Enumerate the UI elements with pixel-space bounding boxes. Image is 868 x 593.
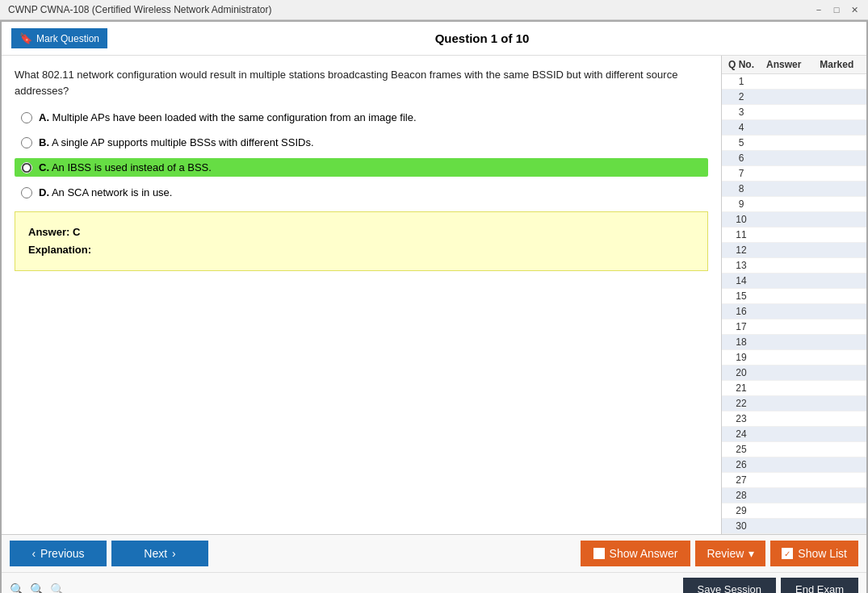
sidebar-row[interactable]: 24 [722,427,866,442]
sidebar-qnum: 6 [725,152,757,164]
next-button[interactable]: Next › [111,541,208,566]
sidebar-row[interactable]: 19 [722,350,866,365]
sidebar-marked-cell [811,505,864,516]
sidebar-row[interactable]: 10 [722,212,866,228]
radio-b[interactable] [21,137,32,148]
mark-question-button[interactable]: 🔖 Mark Question [11,28,107,48]
sidebar-row[interactable]: 11 [722,228,866,243]
show-answer-button[interactable]: Show Answer [581,541,691,566]
sidebar-marked-cell [811,76,864,87]
sidebar-row[interactable]: 27 [722,473,866,488]
sidebar-qnum: 2 [725,91,757,102]
sidebar-row[interactable]: 18 [722,335,866,350]
sidebar-answer-cell [757,91,811,102]
sidebar-qnum: 5 [725,137,757,148]
sidebar-marked-cell [811,306,864,317]
sidebar-qnum: 9 [725,198,757,210]
sidebar-qnum: 7 [725,168,757,179]
sidebar-row[interactable]: 14 [722,274,866,289]
minimize-button[interactable]: − [813,4,824,15]
option-d[interactable]: D. An SCA network is in use. [15,183,708,202]
sidebar-marked-cell [811,382,864,394]
question-title: Question 1 of 10 [107,31,857,45]
app-title: CWNP CWNA-108 (Certified Wireless Networ… [8,4,272,15]
sidebar-row[interactable]: 2 [722,90,866,105]
sidebar-answer-cell [757,229,811,240]
save-session-button[interactable]: Save Session [683,578,777,593]
sidebar-qnum: 30 [725,520,757,532]
option-c-label: C. An IBSS is used instead of a BSS. [39,161,212,173]
sidebar-row[interactable]: 5 [722,136,866,151]
option-a[interactable]: A. Multiple APs have been loaded with th… [15,108,708,127]
sidebar-row[interactable]: 8 [722,182,866,197]
show-list-check-icon: ✓ [782,548,793,559]
sidebar-row[interactable]: 30 [722,519,866,534]
sidebar-qnum: 13 [725,260,757,271]
radio-a[interactable] [21,112,32,123]
sidebar-qnum: 24 [725,428,757,440]
sidebar-marked-cell [811,444,864,455]
previous-button[interactable]: ‹ Previous [10,541,107,566]
radio-d[interactable] [21,187,32,198]
sidebar-row[interactable]: 9 [722,197,866,212]
sidebar-answer-cell [757,244,811,256]
sidebar-qnum: 14 [725,275,757,286]
sidebar-row[interactable]: 15 [722,289,866,304]
sidebar-marked-cell [811,428,864,440]
option-b[interactable]: B. A single AP supports multiple BSSs wi… [15,133,708,152]
sidebar-answer-cell [757,122,811,133]
sidebar-marked-cell [811,367,864,378]
sidebar-qnum: 8 [725,183,757,194]
sidebar-row[interactable]: 1 [722,74,866,90]
sidebar-marked-cell [811,244,864,256]
zoom-in-button[interactable]: 🔍 [50,583,65,594]
radio-c[interactable] [21,162,32,173]
option-c[interactable]: C. An IBSS is used instead of a BSS. [15,158,708,177]
sidebar-list[interactable]: 1234567891011121314151617181920212223242… [722,74,866,534]
sidebar-row[interactable]: 23 [722,411,866,427]
sidebar-row[interactable]: 26 [722,457,866,473]
sidebar-row[interactable]: 20 [722,365,866,381]
sidebar-row[interactable]: 17 [722,319,866,335]
sidebar-row[interactable]: 21 [722,381,866,396]
answer-box: Answer: C Explanation: [15,211,708,271]
sidebar-row[interactable]: 16 [722,304,866,319]
sidebar-qnum: 29 [725,505,757,516]
sidebar: Q No. Answer Marked 12345678910111213141… [721,56,866,534]
sidebar-row[interactable]: 6 [722,151,866,166]
sidebar-qnum: 17 [725,321,757,332]
zoom-out-button[interactable]: 🔍 [10,583,25,594]
sidebar-qnum: 19 [725,352,757,363]
sidebar-marked-cell [811,198,864,210]
sidebar-marked-cell [811,183,864,194]
sidebar-marked-header: Marked [811,59,864,70]
review-label: Review [707,547,744,560]
sidebar-qnum: 26 [725,459,757,470]
end-exam-button[interactable]: End Exam [781,578,858,593]
sidebar-row[interactable]: 7 [722,166,866,182]
close-button[interactable]: ✕ [849,4,860,15]
sidebar-row[interactable]: 12 [722,243,866,258]
show-list-button[interactable]: ✓ Show List [770,541,858,566]
sidebar-answer-cell [757,413,811,424]
top-bar: 🔖 Mark Question Question 1 of 10 [2,22,866,56]
sidebar-answer-cell [757,290,811,302]
sidebar-row[interactable]: 28 [722,488,866,503]
maximize-button[interactable]: □ [831,4,842,15]
question-panel: What 802.11 network configuration would … [2,56,721,534]
review-button[interactable]: Review ▾ [695,541,765,566]
sidebar-qnum: 27 [725,474,757,486]
sidebar-row[interactable]: 4 [722,120,866,136]
sidebar-row[interactable]: 25 [722,442,866,457]
show-answer-icon [593,548,605,559]
zoom-normal-button[interactable]: 🔍 [30,583,45,594]
sidebar-row[interactable]: 13 [722,258,866,274]
sidebar-row[interactable]: 29 [722,503,866,519]
sidebar-marked-cell [811,459,864,470]
sidebar-answer-cell [757,321,811,332]
sidebar-answer-cell [757,198,811,210]
sidebar-header: Q No. Answer Marked [722,56,866,74]
sidebar-row[interactable]: 22 [722,396,866,411]
sidebar-marked-cell [811,91,864,102]
sidebar-row[interactable]: 3 [722,105,866,120]
